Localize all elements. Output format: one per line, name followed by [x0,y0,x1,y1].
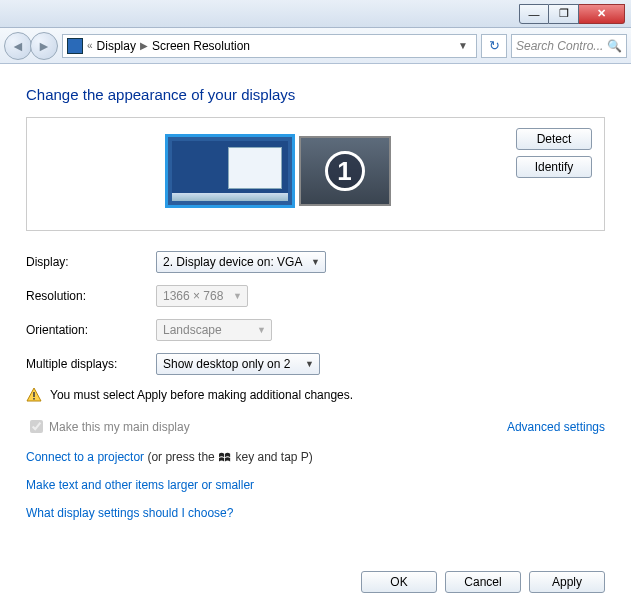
refresh-button[interactable]: ↻ [481,34,507,58]
connect-projector-link[interactable]: Connect to a projector [26,450,144,464]
projector-tail-b: key and tap P) [235,450,312,464]
nav-buttons: ◄ ► [4,32,58,60]
window-titlebar: — ❐ ✕ [0,0,631,28]
breadcrumb-item-display[interactable]: Display [97,39,136,53]
warning-row: You must select Apply before making addi… [26,387,605,403]
resolution-label: Resolution: [26,289,156,303]
warning-text: You must select Apply before making addi… [50,388,353,402]
monitor-arrangement-box: 2 1 Detect Identify [26,117,605,231]
main-display-checkbox [30,420,43,433]
close-button[interactable]: ✕ [579,4,625,24]
orientation-label: Orientation: [26,323,156,337]
monitor-side-buttons: Detect Identify [516,128,592,178]
apply-button[interactable]: Apply [529,571,605,593]
content-panel: Change the appearance of your displays 2… [0,64,631,607]
svg-rect-1 [33,398,35,400]
display-label: Display: [26,255,156,269]
resolution-select-value: 1366 × 768 [163,289,223,303]
breadcrumb-item-screenres[interactable]: Screen Resolution [152,39,250,53]
chevron-right-icon: ▶ [140,40,148,51]
search-icon: 🔍 [607,39,622,53]
projector-tail-a: (or press the [147,450,218,464]
display-select[interactable]: 2. Display device on: VGA [156,251,326,273]
warning-icon [26,387,42,403]
minimize-button[interactable]: — [519,4,549,24]
back-button[interactable]: ◄ [4,32,32,60]
resolution-select: 1366 × 768 [156,285,248,307]
monitor-1[interactable]: 1 [299,136,391,206]
preview-taskbar [172,193,288,201]
ok-button[interactable]: OK [361,571,437,593]
window-controls: — ❐ ✕ [519,4,625,24]
main-display-label: Make this my main display [49,420,190,434]
multiple-displays-value: Show desktop only on 2 [163,357,290,371]
svg-rect-0 [33,392,35,397]
settings-form: Display: 2. Display device on: VGA Resol… [26,251,605,375]
dialog-buttons: OK Cancel Apply [361,571,605,593]
main-display-row: Make this my main display Advanced setti… [26,417,605,436]
multiple-displays-select[interactable]: Show desktop only on 2 [156,353,320,375]
search-placeholder: Search Contro... [516,39,603,53]
monitor-canvas[interactable]: 2 1 [39,128,516,208]
monitor-1-number: 1 [325,151,365,191]
control-panel-icon [67,38,83,54]
projector-line: Connect to a projector (or press the key… [26,450,605,464]
text-larger-link[interactable]: Make text and other items larger or smal… [26,478,254,492]
which-settings-link[interactable]: What display settings should I choose? [26,506,233,520]
orientation-select: Landscape [156,319,272,341]
breadcrumb[interactable]: « Display ▶ Screen Resolution ▼ [62,34,477,58]
desktop-preview [172,141,288,201]
detect-button[interactable]: Detect [516,128,592,150]
page-title: Change the appearance of your displays [26,86,605,103]
monitor-2[interactable]: 2 [165,134,295,208]
display-select-value: 2. Display device on: VGA [163,255,302,269]
orientation-select-value: Landscape [163,323,222,337]
preview-window-icon [228,147,282,189]
breadcrumb-prefix: « [87,40,93,51]
windows-key-icon [218,452,232,464]
breadcrumb-dropdown-icon[interactable]: ▼ [454,40,472,51]
advanced-settings-link[interactable]: Advanced settings [507,420,605,434]
identify-button[interactable]: Identify [516,156,592,178]
multiple-displays-label: Multiple displays: [26,357,156,371]
maximize-button[interactable]: ❐ [549,4,579,24]
forward-button[interactable]: ► [30,32,58,60]
cancel-button[interactable]: Cancel [445,571,521,593]
nav-toolbar: ◄ ► « Display ▶ Screen Resolution ▼ ↻ Se… [0,28,631,64]
search-input[interactable]: Search Contro... 🔍 [511,34,627,58]
